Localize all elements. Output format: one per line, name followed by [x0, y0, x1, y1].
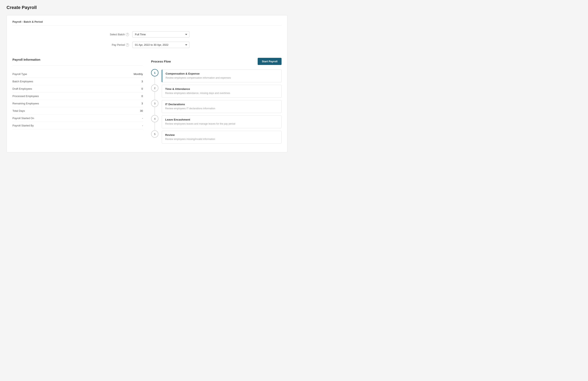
step-content: Compensation & ExpenseReview employees c… — [162, 69, 282, 84]
process-flow-title: Process Flow — [151, 60, 171, 63]
step-content: ReviewReview employees missing/invalid i… — [162, 130, 282, 146]
info-row: Payroll Started On - — [12, 115, 143, 122]
step-circle-1: 1 — [151, 69, 158, 76]
info-row: Payroll Started By - — [12, 122, 143, 129]
info-label: Remaining Employees — [12, 102, 39, 105]
select-batch-select[interactable]: Full Time Part Time Contract — [132, 31, 189, 38]
info-value: Monthly — [133, 72, 143, 76]
info-label: Batch Employees — [12, 80, 33, 83]
info-value: 3 — [142, 102, 143, 105]
step-left: 2 — [151, 84, 158, 99]
step-left: 3 — [151, 100, 158, 115]
payroll-info-header: Payroll Information — [12, 58, 143, 61]
step-card-title: Compensation & Expense — [166, 72, 278, 75]
info-label: Processed Employees — [12, 95, 39, 98]
info-label: Total Days — [12, 109, 25, 112]
page-title: Create Payroll — [6, 5, 288, 10]
step-content: Leave EncashmentReview employees leaves … — [162, 115, 282, 130]
step-card-1[interactable]: Compensation & ExpenseReview employees c… — [162, 69, 282, 82]
step-circle-3: 3 — [151, 100, 158, 107]
flow-step: 1Compensation & ExpenseReview employees … — [151, 69, 282, 84]
flow-items-container: 1Compensation & ExpenseReview employees … — [151, 69, 282, 146]
pay-period-help-icon[interactable]: ? — [126, 43, 129, 46]
step-card-desc: Review employees IT declarations informa… — [165, 107, 278, 110]
info-value: - — [142, 117, 143, 120]
step-card-4[interactable]: Leave EncashmentReview employees leaves … — [162, 115, 282, 128]
info-value: 3 — [142, 80, 143, 83]
step-line — [155, 76, 155, 84]
step-circle-2: 2 — [151, 84, 158, 92]
info-row: Payroll Type Monthly — [12, 70, 143, 78]
right-panel: Process Flow Start Payroll 1Compensation… — [151, 58, 282, 146]
flow-step: 5ReviewReview employees missing/invalid … — [151, 130, 282, 146]
flow-step: 3IT DeclarationsReview employees IT decl… — [151, 100, 282, 115]
info-value: 0 — [142, 95, 143, 98]
step-line — [155, 107, 155, 115]
main-card: Payroll - Batch & Period Select Batch ? … — [6, 15, 288, 152]
step-card-desc: Review employees compensation informatio… — [166, 76, 278, 80]
step-card-desc: Review employees leaves and manage leave… — [165, 122, 278, 126]
step-card-title: IT Declarations — [165, 103, 278, 106]
step-content: IT DeclarationsReview employees IT decla… — [162, 100, 282, 115]
step-card-2[interactable]: Time & AttendanceReview employees attend… — [162, 85, 282, 98]
step-card-5[interactable]: ReviewReview employees missing/invalid i… — [162, 131, 282, 144]
step-card-title: Review — [165, 134, 278, 136]
info-value: 0 — [142, 87, 143, 90]
info-row: Remaining Employees 3 — [12, 100, 143, 107]
info-value: - — [142, 124, 143, 127]
info-label: Payroll Started By — [12, 124, 34, 127]
main-content: Payroll Information Payroll Type Monthly… — [12, 58, 282, 146]
left-panel: Payroll Information Payroll Type Monthly… — [12, 58, 143, 146]
step-left: 1 — [151, 69, 158, 84]
flow-step: 4Leave EncashmentReview employees leaves… — [151, 115, 282, 130]
payroll-info-title: Payroll Information — [12, 58, 41, 61]
flow-step: 2Time & AttendanceReview employees atten… — [151, 84, 282, 100]
pay-period-row: Pay Period ? 01 Apr, 2022 to 30 Apr, 202… — [105, 42, 189, 48]
select-batch-label: Select Batch ? — [105, 33, 129, 36]
info-row: Draft Employees 0 — [12, 85, 143, 92]
info-label: Payroll Type — [12, 72, 27, 76]
info-row: Total Days 30 — [12, 107, 143, 115]
step-line — [155, 92, 155, 99]
step-card-title: Time & Attendance — [165, 88, 278, 90]
step-card-title: Leave Encashment — [165, 118, 278, 121]
divider — [12, 65, 143, 66]
payroll-info-table: Payroll Type Monthly Batch Employees 3 D… — [12, 70, 143, 129]
pay-period-select[interactable]: 01 Apr, 2022 to 30 Apr, 2022 01 Mar, 202… — [132, 42, 189, 48]
process-flow-header: Process Flow Start Payroll — [151, 58, 282, 65]
start-payroll-button[interactable]: Start Payroll — [258, 58, 282, 65]
info-row: Processed Employees 0 — [12, 92, 143, 100]
info-label: Draft Employees — [12, 87, 32, 90]
select-batch-row: Select Batch ? Full Time Part Time Contr… — [105, 31, 189, 38]
step-left: 5 — [151, 130, 158, 138]
select-batch-help-icon[interactable]: ? — [126, 33, 129, 36]
step-card-desc: Review employees missing/invalid informa… — [165, 137, 278, 141]
step-circle-4: 4 — [151, 115, 158, 122]
info-value: 30 — [140, 109, 143, 112]
step-card-3[interactable]: IT DeclarationsReview employees IT decla… — [162, 100, 282, 113]
info-label: Payroll Started On — [12, 117, 34, 120]
step-circle-5: 5 — [151, 130, 158, 138]
step-card-desc: Review employees attendance, missing day… — [165, 91, 278, 95]
card-section-title: Payroll - Batch & Period — [12, 20, 282, 25]
pay-period-label: Pay Period ? — [105, 43, 129, 46]
step-content: Time & AttendanceReview employees attend… — [162, 84, 282, 100]
forms-area: Select Batch ? Full Time Part Time Contr… — [12, 31, 282, 52]
info-row: Batch Employees 3 — [12, 78, 143, 85]
step-left: 4 — [151, 115, 158, 130]
step-line — [155, 122, 155, 130]
